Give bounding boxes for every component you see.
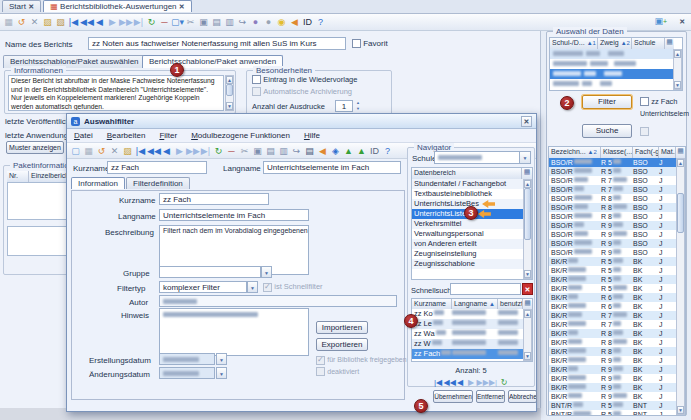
table-row[interactable]: BK/R R 5 BK J — [549, 257, 685, 266]
new-icon[interactable]: ▢ — [69, 144, 82, 158]
table-row[interactable]: BK/R R 5 BK J — [549, 275, 685, 284]
copy-icon[interactable]: ▣ — [197, 15, 210, 29]
col-bezeichnung[interactable]: Bezeichn... ▲2 — [549, 147, 601, 158]
col-nr[interactable]: Nr. — [7, 171, 29, 182]
redo-icon[interactable]: ↪ — [236, 15, 249, 29]
hinweis-textarea[interactable] — [159, 308, 309, 356]
bearbeiten[interactable]: Bearbeiten — [100, 129, 153, 142]
help-icon[interactable]: ? — [381, 144, 394, 158]
col-langname[interactable]: Langname ▲ — [452, 299, 498, 309]
navigator-item[interactable]: Zeugniseinstellung — [412, 249, 524, 259]
filter-row[interactable]: zz Le — [412, 319, 532, 329]
scroll-up-icon[interactable]: ▲ — [226, 76, 233, 84]
kurzname-header-input[interactable]: zz Fach — [107, 161, 207, 174]
filter-row[interactable]: zz W — [412, 339, 532, 349]
table-row[interactable]: BK/R R 6 BK J — [549, 293, 685, 302]
nav-last-icon[interactable]: ▶| — [488, 376, 499, 390]
navigator-item[interactable]: von Anderen erteilt — [412, 239, 524, 249]
scroll-down-icon[interactable]: ▼ — [677, 406, 684, 414]
navigator-item[interactable]: Verkehrsmittel — [412, 219, 524, 229]
table-row[interactable]: BK/R R 8 BK J — [549, 338, 685, 347]
wiedervorlage-checkbox-box[interactable] — [252, 75, 261, 84]
delete-icon[interactable]: ✕ — [108, 144, 121, 158]
sphere-icon[interactable]: ● — [262, 15, 275, 29]
favorit-checkbox[interactable]: Favorit — [352, 39, 388, 48]
column-picker-icon[interactable]: ▦ — [522, 299, 532, 309]
chevron-down-icon[interactable]: ▼ — [519, 151, 531, 164]
table-row[interactable]: BK/R R 9 BK J — [549, 374, 685, 383]
table-row[interactable]: BSO/R R 5 BSO J — [549, 158, 685, 167]
modulbezogene-funktionen[interactable]: Modulbezogene Funktionen — [184, 129, 297, 142]
tab-start[interactable]: Start ✕ — [2, 0, 41, 12]
table-row[interactable]: BK/R R 8 BK J — [549, 347, 685, 356]
table-row[interactable]: BK/R R 9 BK J — [549, 365, 685, 374]
schule-table[interactable]: Schul-/D... ▲1 Zweig ▲2 Schule ▦ ▲ ▼ — [549, 37, 683, 91]
navigator-item[interactable]: Verwaltungspersonal — [412, 229, 524, 239]
col-kurzname[interactable]: Kurzname — [412, 299, 452, 309]
wiedervorlage-checkbox[interactable]: Eintrag in die Wiedervorlage — [252, 75, 357, 84]
exportieren-button[interactable]: Exportieren — [316, 338, 368, 351]
col-benutzt[interactable]: benutzt — [498, 299, 522, 309]
entfernen-button[interactable]: Entfernen — [476, 390, 505, 403]
tab-information[interactable]: Information — [71, 177, 125, 189]
autor-input[interactable] — [159, 295, 397, 307]
ausdrucke-stepper[interactable]: ▲▼ — [354, 100, 362, 112]
undo-icon[interactable]: ↺ — [15, 15, 28, 29]
column-picker-icon[interactable]: ▦ — [521, 168, 532, 179]
datenbereich-header[interactable]: Datenbereich — [412, 168, 521, 179]
nav-fastback-icon[interactable]: ◀◀ — [444, 376, 455, 390]
col-zweig[interactable]: Zweig ▲2 — [598, 38, 632, 49]
table-row[interactable]: BSO/R R 9 BSO J — [549, 248, 685, 257]
remove-row-icon[interactable]: ─ — [158, 15, 171, 29]
table-row[interactable]: BSO/R R 9 BSO J — [549, 239, 685, 248]
scroll-thumb[interactable] — [677, 193, 684, 233]
ergebnis-scrollbar[interactable]: ▲ ▼ — [676, 158, 685, 415]
refresh-icon[interactable]: ↻ — [212, 144, 225, 158]
scroll-down-icon[interactable]: ▼ — [226, 102, 233, 110]
edit-icon[interactable]: ▨ — [121, 144, 134, 158]
nav-last-icon[interactable]: ▶| — [199, 144, 212, 158]
scroll-up-icon[interactable]: ▲ — [524, 180, 531, 188]
table-row[interactable]: BK/R R 9 BK J — [549, 356, 685, 365]
table-row[interactable]: BSO/R R 7 BSO J — [549, 185, 685, 194]
table-row[interactable]: BK/R R 7 BK J — [549, 320, 685, 329]
zzfach-checkbox-box[interactable] — [640, 97, 649, 106]
scroll-down-icon[interactable]: ▼ — [674, 81, 681, 89]
navigator-item[interactable]: Zeugnisschablone — [412, 259, 524, 269]
aenderungsdatum-input[interactable] — [159, 367, 215, 379]
column-picker-icon[interactable]: ▦ — [664, 38, 674, 49]
chevron-down-icon[interactable]: ▼ — [261, 266, 272, 278]
filter-row[interactable]: zz Ko — [412, 309, 532, 319]
paste-icon[interactable]: ▤ — [210, 15, 223, 29]
table-row[interactable]: BK/R R 6 BK J — [549, 302, 685, 311]
filtertyp-select[interactable]: komplexer Filter — [159, 281, 247, 293]
nav-first-icon[interactable]: |◀ — [134, 144, 147, 158]
nav-fastback-icon[interactable]: ◀◀ — [147, 144, 160, 158]
scroll-down-icon[interactable]: ▼ — [524, 270, 531, 278]
table-row[interactable]: BNT/R R 5 BNT J — [549, 410, 685, 416]
table-row[interactable]: BSO/R R 9 BSO J — [549, 230, 685, 239]
report-name-input[interactable]: zz Noten aus fachweiser Notenerfassung m… — [88, 37, 346, 50]
table-row[interactable]: BK/R R 9 BK J — [549, 392, 685, 401]
remove-row-icon[interactable]: ─ — [225, 144, 238, 158]
table-row[interactable]: BK/R R 5 BK J — [549, 266, 685, 275]
scroll-up-icon[interactable]: ▲ — [524, 310, 531, 318]
muster-anzeigen-button[interactable]: Muster anzeigen — [6, 141, 64, 154]
bell-icon[interactable]: ● — [249, 15, 262, 29]
table-row[interactable]: BSO/R R 9 BSO J — [549, 221, 685, 230]
nav-fastback-icon[interactable]: ◀◀ — [80, 15, 93, 29]
langname-input[interactable]: Unterrichtselemente im Fach — [159, 209, 309, 221]
scroll-up-icon[interactable]: ▲ — [677, 159, 684, 167]
schule-table-scrollbar[interactable]: ▲ ▼ — [673, 49, 682, 90]
chevron-down-icon[interactable]: ▼ — [216, 353, 227, 365]
col-schule[interactable]: Schule — [632, 38, 664, 49]
duplicate-icon[interactable]: ▥ — [223, 15, 236, 29]
navigator-item[interactable]: Textbausteinebibliothek — [412, 189, 524, 199]
filter-list-table[interactable]: Kurzname Langname ▲ benutzt ▦ zz Ko zz L… — [411, 298, 533, 362]
uebernehmen-button[interactable]: Übernehmen — [433, 390, 473, 403]
filter-button[interactable]: Filter — [582, 95, 632, 109]
close-icon[interactable]: ✕ — [521, 116, 532, 127]
table-row[interactable]: BNT/R R 5 BNT J — [549, 401, 685, 410]
nav-back-icon[interactable]: ◀ — [93, 15, 106, 29]
help-icon[interactable]: ? — [314, 15, 327, 29]
